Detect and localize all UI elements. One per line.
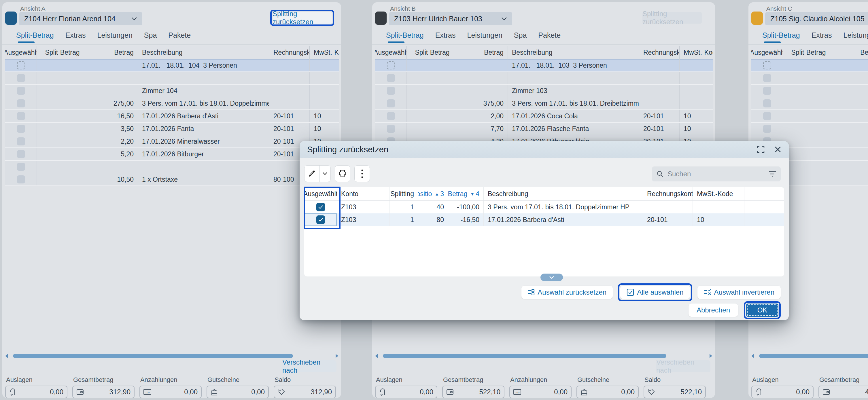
row-checkbox[interactable] bbox=[17, 137, 25, 145]
scrollbar-thumb[interactable] bbox=[383, 354, 666, 358]
table-row[interactable] bbox=[751, 72, 868, 85]
table-row[interactable]: 7,7017.01.2026 Flasche Fanta20-10110 bbox=[375, 123, 713, 135]
table-row[interactable]: 17.01. - 18.01. 104 3 Personen bbox=[5, 59, 339, 72]
edit-button[interactable] bbox=[305, 165, 320, 182]
tab-extras[interactable]: Extras bbox=[65, 31, 86, 39]
dialog-column-header-betrag[interactable]: Betrag▼4 bbox=[448, 187, 484, 200]
table-row[interactable]: 2,2017.01.2026 Mineralwasser20-10110 bbox=[5, 135, 339, 148]
horizontal-scrollbar[interactable] bbox=[751, 354, 868, 358]
row-checkbox[interactable] bbox=[17, 99, 25, 107]
row-checkbox[interactable] bbox=[17, 125, 25, 133]
tab-extras[interactable]: Extras bbox=[811, 31, 832, 39]
tab-split-betrag[interactable]: Split-Betrag bbox=[762, 31, 800, 39]
dialog-column-header-nr-splitting[interactable]: Nr. Splitting bbox=[390, 187, 418, 200]
tab-extras[interactable]: Extras bbox=[435, 31, 456, 39]
table-row[interactable]: 2,0017.01.2026 Coca Cola20-10110 bbox=[375, 110, 713, 123]
table-row[interactable]: 275,003 Pers. vom 17.01. bis 18.01. Dopp… bbox=[5, 97, 339, 110]
row-checkbox[interactable] bbox=[763, 74, 771, 82]
table-row[interactable]: 17.01. - 18.01. 103 3 Personen bbox=[375, 59, 713, 72]
tab-split-betrag[interactable]: Split-Betrag bbox=[386, 31, 424, 39]
tab-pakete[interactable]: Pakete bbox=[168, 31, 191, 39]
horizontal-scrollbar[interactable] bbox=[375, 354, 712, 358]
dialog-column-header-beschreibung[interactable]: Beschreibung bbox=[484, 187, 643, 200]
tab-pakete[interactable]: Pakete bbox=[538, 31, 561, 39]
row-checkbox[interactable] bbox=[17, 163, 25, 171]
row-checkbox[interactable] bbox=[763, 112, 771, 120]
dialog-column-header-konto[interactable]: Konto bbox=[337, 187, 390, 200]
row-checkbox-checked[interactable] bbox=[316, 215, 325, 224]
scroll-right-arrow-icon[interactable] bbox=[710, 354, 712, 358]
row-checkbox[interactable] bbox=[763, 125, 771, 133]
table-row[interactable]: 16,5017.01.2026 Barbera d'Asti20-10110 bbox=[5, 110, 339, 123]
row-checkbox-checked[interactable] bbox=[316, 203, 325, 211]
dialog-table-row[interactable]: Z103180-16,5017.01.2026 Barbera d'Asti20… bbox=[304, 213, 784, 226]
row-checkbox[interactable] bbox=[763, 87, 771, 95]
scrollbar-thumb[interactable] bbox=[13, 354, 293, 358]
reset-selection-button[interactable]: Auswahl zurücksetzen bbox=[521, 286, 613, 299]
table-row[interactable] bbox=[5, 72, 339, 85]
search-input[interactable] bbox=[667, 170, 769, 178]
select-all-button[interactable]: Alle auswählen bbox=[620, 286, 690, 299]
row-checkbox[interactable] bbox=[763, 99, 771, 107]
table-row[interactable]: 10,501 x Ortstaxe80-100 bbox=[5, 173, 339, 186]
row-checkbox[interactable] bbox=[17, 150, 25, 158]
splitting-reset-button[interactable]: Splitting zurücksetzen bbox=[273, 12, 332, 24]
table-row[interactable] bbox=[375, 72, 713, 85]
edit-dropdown-button[interactable] bbox=[320, 165, 331, 182]
table-row[interactable]: Zimmer 104 bbox=[5, 85, 339, 97]
table-row[interactable]: 375,003 Pers. vom 17.01. bis 18.01. Drei… bbox=[375, 97, 713, 110]
more-options-button[interactable] bbox=[354, 165, 370, 182]
table-row[interactable] bbox=[751, 97, 868, 110]
row-checkbox[interactable] bbox=[17, 112, 25, 120]
tab-leistungen[interactable]: Leistungen bbox=[843, 31, 868, 39]
row-checkbox[interactable] bbox=[17, 61, 25, 69]
guest-select[interactable]: Z104 Herr Florian Arend 104 bbox=[19, 12, 142, 25]
row-checkbox[interactable] bbox=[17, 175, 25, 184]
cancel-button[interactable]: Abbrechen bbox=[688, 303, 738, 317]
scroll-right-arrow-icon[interactable] bbox=[336, 354, 338, 358]
scrollbar-track[interactable] bbox=[379, 354, 708, 358]
row-checkbox[interactable] bbox=[387, 99, 395, 107]
dialog-column-header-rechnungskonto[interactable]: Rechnungskonto bbox=[643, 187, 693, 200]
tab-spa[interactable]: Spa bbox=[514, 31, 527, 39]
table-row[interactable] bbox=[751, 123, 868, 135]
dialog-column-header-mwst-kode[interactable]: MwSt.-Kode bbox=[693, 187, 744, 200]
tab-split-betrag[interactable]: Split-Betrag bbox=[16, 31, 54, 39]
table-row[interactable] bbox=[5, 161, 339, 173]
scroll-left-arrow-icon[interactable] bbox=[751, 354, 754, 358]
close-icon[interactable] bbox=[774, 146, 781, 153]
scrollbar-thumb[interactable] bbox=[759, 354, 868, 358]
table-row[interactable] bbox=[751, 110, 868, 123]
expand-rows-button[interactable] bbox=[540, 274, 563, 281]
dialog-column-header-positio[interactable]: Positio▲3 bbox=[418, 187, 448, 200]
scrollbar-track[interactable] bbox=[755, 354, 868, 358]
row-checkbox[interactable] bbox=[387, 74, 395, 82]
scroll-left-arrow-icon[interactable] bbox=[5, 354, 8, 358]
dialog-column-header-ausgew-hlt[interactable]: Ausgewählt bbox=[304, 187, 337, 200]
row-checkbox[interactable] bbox=[17, 74, 25, 82]
row-checkbox[interactable] bbox=[387, 87, 395, 95]
tab-leistungen[interactable]: Leistungen bbox=[467, 31, 502, 39]
scrollbar-track[interactable] bbox=[9, 354, 335, 358]
move-to-button[interactable]: Verschieben nach bbox=[282, 360, 337, 372]
row-checkbox[interactable] bbox=[17, 87, 25, 95]
fullscreen-icon[interactable] bbox=[757, 146, 765, 153]
row-checkbox[interactable] bbox=[387, 112, 395, 120]
guest-select[interactable]: Z103 Herr Ulrich Bauer 103 bbox=[389, 12, 512, 25]
tab-spa[interactable]: Spa bbox=[144, 31, 157, 39]
dialog-table-row[interactable]: Z103140-100,003 Pers. vom 17.01. bis 18.… bbox=[304, 201, 784, 213]
guest-select[interactable]: Z105 Sig. Claudio Alcolei 105 bbox=[765, 12, 868, 25]
filter-icon[interactable] bbox=[769, 171, 776, 177]
ok-button[interactable]: OK bbox=[746, 303, 778, 317]
table-row[interactable] bbox=[751, 85, 868, 97]
invert-selection-button[interactable]: Auswahl invertieren bbox=[698, 286, 781, 299]
print-button[interactable] bbox=[335, 165, 350, 182]
row-checkbox[interactable] bbox=[387, 125, 395, 133]
table-row[interactable]: 5,2017.01.2026 Bitburger20-10110 bbox=[5, 148, 339, 161]
table-row[interactable] bbox=[751, 59, 868, 72]
scroll-left-arrow-icon[interactable] bbox=[375, 354, 378, 358]
table-row[interactable]: Zimmer 103 bbox=[375, 85, 713, 97]
row-checkbox[interactable] bbox=[387, 61, 395, 69]
tab-leistungen[interactable]: Leistungen bbox=[97, 31, 132, 39]
horizontal-scrollbar[interactable] bbox=[5, 354, 338, 358]
